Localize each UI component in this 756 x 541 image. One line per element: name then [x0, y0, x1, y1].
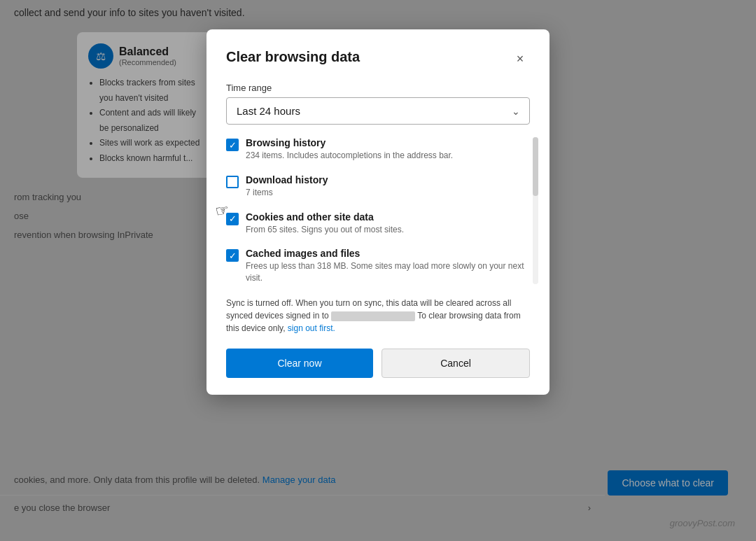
time-range-select[interactable]: Last 24 hours Last 7 days Last 4 weeks A… — [226, 97, 530, 125]
cached-images-item: ✓ Cached images and files Frees up less … — [226, 248, 530, 284]
cookies-description: From 65 sites. Signs you out of most sit… — [246, 224, 530, 236]
sync-notice: Sync is turned off. When you turn on syn… — [226, 297, 530, 335]
cookies-checkbox[interactable]: ✓ — [226, 213, 239, 225]
dialog-header: Clear browsing data × — [226, 49, 530, 69]
time-range-select-wrapper[interactable]: Last 24 hours Last 7 days Last 4 weeks A… — [226, 97, 530, 125]
checkmark-icon: ✓ — [229, 251, 237, 260]
download-history-text: Download history 7 items — [246, 174, 530, 199]
clear-browsing-data-dialog: Clear browsing data × Time range Last 24… — [206, 29, 550, 395]
cancel-button[interactable]: Cancel — [382, 349, 530, 378]
sign-out-link[interactable]: sign out first. — [288, 323, 335, 333]
cookies-label: Cookies and other site data — [246, 211, 530, 223]
download-history-description: 7 items — [246, 187, 530, 199]
scrollbar[interactable] — [533, 137, 538, 284]
cached-images-text: Cached images and files Frees up less th… — [246, 248, 530, 284]
sync-email-redacted — [331, 311, 415, 321]
clear-now-button[interactable]: Clear now — [226, 349, 373, 378]
download-history-checkbox[interactable] — [226, 176, 239, 188]
download-history-item: Download history 7 items — [226, 174, 530, 199]
checkboxes-area: ✓ Browsing history 234 items. Includes a… — [226, 137, 530, 284]
cached-images-description: Frees up less than 318 MB. Some sites ma… — [246, 260, 530, 284]
checkmark-icon: ✓ — [229, 214, 237, 223]
time-range-label: Time range — [226, 83, 530, 93]
dialog-footer: Clear now Cancel — [226, 349, 530, 378]
download-history-label: Download history — [246, 174, 530, 185]
browsing-history-text: Browsing history 234 items. Includes aut… — [246, 137, 530, 162]
browsing-history-label: Browsing history — [246, 137, 530, 148]
dialog-title: Clear browsing data — [226, 49, 360, 65]
cached-images-checkbox[interactable]: ✓ — [226, 249, 239, 262]
scrollbar-thumb[interactable] — [533, 137, 538, 196]
cached-images-label: Cached images and files — [246, 248, 530, 259]
browsing-history-checkbox[interactable]: ✓ — [226, 139, 239, 151]
cookies-text: Cookies and other site data From 65 site… — [246, 211, 530, 236]
checkmark-icon: ✓ — [229, 141, 237, 150]
cookies-item: ✓ Cookies and other site data From 65 si… — [226, 211, 530, 236]
browsing-history-item: ✓ Browsing history 234 items. Includes a… — [226, 137, 530, 162]
browsing-history-description: 234 items. Includes autocompletions in t… — [246, 150, 530, 162]
close-button[interactable]: × — [510, 49, 530, 69]
